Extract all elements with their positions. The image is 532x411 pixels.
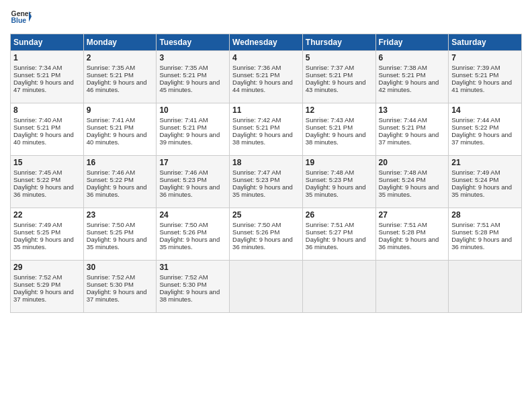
sunrise-text: Sunrise: 7:44 AM bbox=[451, 116, 500, 124]
sunset-text: Sunset: 5:25 PM bbox=[87, 228, 134, 236]
sunrise-text: Sunrise: 7:51 AM bbox=[306, 221, 354, 228]
sunset-text: Sunset: 5:21 PM bbox=[159, 71, 206, 79]
day-number: 31 bbox=[159, 263, 226, 272]
sunset-text: Sunset: 5:24 PM bbox=[451, 176, 498, 183]
calendar-cell: 18Sunrise: 7:47 AMSunset: 5:23 PMDayligh… bbox=[230, 156, 303, 208]
calendar-cell: 3Sunrise: 7:35 AMSunset: 5:21 PMDaylight… bbox=[157, 51, 230, 103]
calendar-cell: 17Sunrise: 7:46 AMSunset: 5:23 PMDayligh… bbox=[157, 156, 230, 208]
sunset-text: Sunset: 5:28 PM bbox=[379, 228, 426, 236]
calendar-cell: 31Sunrise: 7:52 AMSunset: 5:30 PMDayligh… bbox=[157, 261, 230, 313]
sunrise-text: Sunrise: 7:52 AM bbox=[159, 273, 208, 281]
sunset-text: Sunset: 5:21 PM bbox=[232, 124, 279, 131]
calendar-cell: 9Sunrise: 7:41 AMSunset: 5:21 PMDaylight… bbox=[83, 103, 157, 156]
calendar-cell: 24Sunrise: 7:50 AMSunset: 5:26 PMDayligh… bbox=[157, 208, 230, 261]
calendar-cell: 2Sunrise: 7:35 AMSunset: 5:21 PMDaylight… bbox=[83, 51, 157, 103]
calendar-cell bbox=[375, 261, 449, 313]
daylight-text: Daylight: 9 hours and 37 minutes. bbox=[379, 131, 439, 146]
daylight-text: Daylight: 9 hours and 37 minutes. bbox=[13, 288, 74, 303]
sunrise-text: Sunrise: 7:46 AM bbox=[159, 169, 208, 176]
day-number: 29 bbox=[13, 263, 81, 272]
calendar-table: SundayMondayTuesdayWednesdayThursdayFrid… bbox=[10, 34, 522, 313]
daylight-text: Daylight: 9 hours and 40 minutes. bbox=[13, 131, 74, 146]
week-row-5: 29Sunrise: 7:52 AMSunset: 5:29 PMDayligh… bbox=[11, 261, 522, 313]
sunset-text: Sunset: 5:27 PM bbox=[306, 228, 353, 236]
day-number: 7 bbox=[451, 53, 519, 62]
daylight-text: Daylight: 9 hours and 38 minutes. bbox=[232, 131, 293, 146]
calendar-body: 1Sunrise: 7:34 AMSunset: 5:21 PMDaylight… bbox=[11, 51, 522, 313]
calendar-cell bbox=[302, 261, 375, 313]
day-number: 13 bbox=[379, 105, 446, 115]
sunrise-text: Sunrise: 7:45 AM bbox=[13, 169, 62, 176]
daylight-text: Daylight: 9 hours and 36 minutes. bbox=[13, 183, 74, 198]
calendar-cell: 7Sunrise: 7:39 AMSunset: 5:21 PMDaylight… bbox=[449, 51, 522, 103]
calendar-cell: 27Sunrise: 7:51 AMSunset: 5:28 PMDayligh… bbox=[375, 208, 449, 261]
sunrise-text: Sunrise: 7:35 AM bbox=[87, 64, 135, 71]
day-number: 26 bbox=[306, 210, 373, 220]
sunset-text: Sunset: 5:21 PM bbox=[306, 124, 353, 131]
calendar-cell: 23Sunrise: 7:50 AMSunset: 5:25 PMDayligh… bbox=[83, 208, 157, 261]
calendar-cell: 20Sunrise: 7:48 AMSunset: 5:24 PMDayligh… bbox=[375, 156, 449, 208]
calendar-cell: 5Sunrise: 7:37 AMSunset: 5:21 PMDaylight… bbox=[302, 51, 375, 103]
day-number: 20 bbox=[379, 158, 446, 167]
calendar-cell: 15Sunrise: 7:45 AMSunset: 5:22 PMDayligh… bbox=[11, 156, 84, 208]
sunset-text: Sunset: 5:21 PM bbox=[159, 124, 206, 131]
daylight-text: Daylight: 9 hours and 47 minutes. bbox=[13, 79, 74, 93]
sunrise-text: Sunrise: 7:39 AM bbox=[451, 64, 500, 71]
sunrise-text: Sunrise: 7:42 AM bbox=[232, 116, 281, 124]
day-number: 10 bbox=[159, 105, 226, 115]
daylight-text: Daylight: 9 hours and 46 minutes. bbox=[87, 79, 147, 93]
day-number: 22 bbox=[13, 210, 81, 220]
sunset-text: Sunset: 5:21 PM bbox=[379, 124, 426, 131]
week-row-3: 15Sunrise: 7:45 AMSunset: 5:22 PMDayligh… bbox=[11, 156, 522, 208]
day-header-wednesday: Wednesday bbox=[230, 34, 303, 51]
week-row-1: 1Sunrise: 7:34 AMSunset: 5:21 PMDaylight… bbox=[11, 51, 522, 103]
sunrise-text: Sunrise: 7:43 AM bbox=[306, 116, 354, 124]
sunset-text: Sunset: 5:30 PM bbox=[159, 281, 206, 288]
calendar-cell: 12Sunrise: 7:43 AMSunset: 5:21 PMDayligh… bbox=[302, 103, 375, 156]
logo: General Blue bbox=[10, 7, 32, 28]
calendar-cell: 19Sunrise: 7:48 AMSunset: 5:23 PMDayligh… bbox=[302, 156, 375, 208]
daylight-text: Daylight: 9 hours and 35 minutes. bbox=[13, 236, 74, 250]
daylight-text: Daylight: 9 hours and 36 minutes. bbox=[306, 236, 366, 250]
daylight-text: Daylight: 9 hours and 44 minutes. bbox=[232, 79, 293, 93]
day-number: 3 bbox=[159, 53, 226, 62]
sunrise-text: Sunrise: 7:46 AM bbox=[87, 169, 135, 176]
sunrise-text: Sunrise: 7:38 AM bbox=[379, 64, 427, 71]
daylight-text: Daylight: 9 hours and 36 minutes. bbox=[379, 236, 439, 250]
sunrise-text: Sunrise: 7:50 AM bbox=[87, 221, 135, 228]
daylight-text: Daylight: 9 hours and 38 minutes. bbox=[306, 131, 366, 146]
day-number: 16 bbox=[87, 158, 154, 167]
header: General Blue bbox=[10, 7, 522, 28]
calendar-cell: 16Sunrise: 7:46 AMSunset: 5:22 PMDayligh… bbox=[83, 156, 157, 208]
calendar-cell: 26Sunrise: 7:51 AMSunset: 5:27 PMDayligh… bbox=[302, 208, 375, 261]
daylight-text: Daylight: 9 hours and 36 minutes. bbox=[232, 236, 293, 250]
daylight-text: Daylight: 9 hours and 39 minutes. bbox=[159, 131, 220, 146]
sunrise-text: Sunrise: 7:51 AM bbox=[451, 221, 500, 228]
calendar-cell: 30Sunrise: 7:52 AMSunset: 5:30 PMDayligh… bbox=[83, 261, 157, 313]
day-number: 12 bbox=[306, 105, 373, 115]
calendar-cell: 21Sunrise: 7:49 AMSunset: 5:24 PMDayligh… bbox=[449, 156, 522, 208]
sunset-text: Sunset: 5:21 PM bbox=[87, 71, 134, 79]
day-number: 30 bbox=[87, 263, 154, 272]
daylight-text: Daylight: 9 hours and 36 minutes. bbox=[451, 236, 512, 250]
sunset-text: Sunset: 5:26 PM bbox=[232, 228, 279, 236]
sunrise-text: Sunrise: 7:40 AM bbox=[13, 116, 62, 124]
calendar-cell: 13Sunrise: 7:44 AMSunset: 5:21 PMDayligh… bbox=[375, 103, 449, 156]
calendar-cell: 1Sunrise: 7:34 AMSunset: 5:21 PMDaylight… bbox=[11, 51, 84, 103]
day-number: 21 bbox=[451, 158, 519, 167]
day-number: 8 bbox=[13, 105, 81, 115]
sunrise-text: Sunrise: 7:50 AM bbox=[232, 221, 281, 228]
sunset-text: Sunset: 5:23 PM bbox=[232, 176, 279, 183]
days-header-row: SundayMondayTuesdayWednesdayThursdayFrid… bbox=[11, 34, 522, 51]
day-header-sunday: Sunday bbox=[11, 34, 84, 51]
sunrise-text: Sunrise: 7:41 AM bbox=[159, 116, 208, 124]
daylight-text: Daylight: 9 hours and 35 minutes. bbox=[159, 236, 220, 250]
sunset-text: Sunset: 5:22 PM bbox=[13, 176, 60, 183]
daylight-text: Daylight: 9 hours and 35 minutes. bbox=[87, 236, 147, 250]
calendar-cell: 8Sunrise: 7:40 AMSunset: 5:21 PMDaylight… bbox=[11, 103, 84, 156]
week-row-2: 8Sunrise: 7:40 AMSunset: 5:21 PMDaylight… bbox=[11, 103, 522, 156]
day-number: 18 bbox=[232, 158, 300, 167]
calendar-cell: 10Sunrise: 7:41 AMSunset: 5:21 PMDayligh… bbox=[157, 103, 230, 156]
calendar-cell bbox=[449, 261, 522, 313]
day-number: 28 bbox=[451, 210, 519, 220]
